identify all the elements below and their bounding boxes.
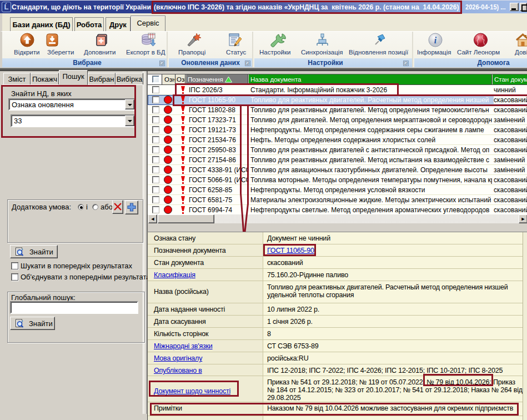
svg-text:i: i	[434, 36, 437, 45]
